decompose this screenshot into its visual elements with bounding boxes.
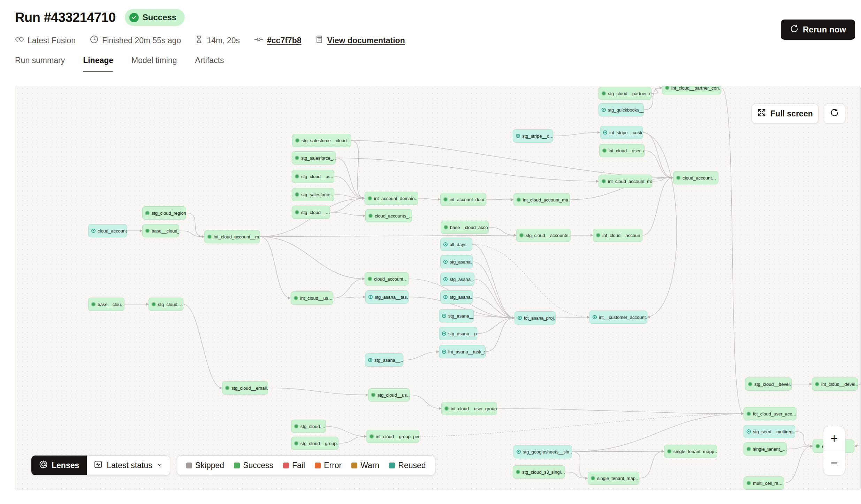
graph-node[interactable]: stg_asana__… (365, 353, 403, 367)
graph-node[interactable]: stg_asana_… (440, 273, 474, 286)
graph-node[interactable]: int_cloud_account_ma… (513, 193, 570, 206)
rerun-now-button[interactable]: Rerun now (781, 20, 855, 40)
graph-node[interactable]: int_cloud__user_group… (441, 402, 497, 415)
node-success-icon (444, 225, 448, 229)
graph-node[interactable]: int__customer_account… (589, 311, 647, 324)
node-success-icon (815, 382, 819, 386)
graph-node[interactable]: stg_cloud__accounts… (516, 229, 571, 242)
graph-node[interactable]: stg_cloud__group… (291, 437, 338, 450)
graph-node[interactable]: cloud_account… (365, 272, 409, 285)
graph-node[interactable]: stg_cloud__devel… (745, 377, 792, 391)
graph-node[interactable]: stg_salesforce_… (292, 151, 336, 165)
commit-link[interactable]: #cc7f7b8 (267, 36, 301, 45)
graph-node[interactable]: int_stripe__custo… (600, 126, 643, 139)
zoom-out-button[interactable]: − (823, 451, 845, 475)
tab-run-summary[interactable]: Run summary (15, 56, 65, 72)
zoom-in-button[interactable]: + (823, 426, 845, 451)
node-label: stg_asana__pr… (448, 331, 477, 336)
graph-node[interactable]: int_account_domain… (365, 192, 418, 205)
node-reused-icon (517, 450, 521, 454)
node-success-icon (295, 210, 299, 214)
canvas-refresh-button[interactable] (824, 104, 845, 124)
graph-node[interactable]: stg_asana… (440, 255, 473, 268)
node-label: cloud_account… (98, 228, 127, 234)
latest-status-dropdown[interactable]: Latest status (87, 456, 169, 475)
graph-node[interactable]: int_cloud__partner_con… (662, 86, 721, 94)
tab-model-timing[interactable]: Model timing (131, 56, 177, 72)
lenses-control-group: Lenses Latest status (31, 455, 170, 475)
graph-node[interactable]: stg_cloud_… (148, 298, 183, 311)
node-success-icon (747, 447, 751, 451)
graph-node[interactable]: stg_cloud__us… (292, 170, 334, 183)
node-success-icon (295, 192, 299, 197)
graph-node[interactable]: base__cloud_… (142, 224, 179, 237)
graph-node[interactable]: stg_cloud__… (292, 206, 330, 219)
graph-node[interactable]: stg_asana__pr… (439, 327, 477, 340)
graph-node[interactable]: stg_cloud__email… (222, 381, 268, 395)
graph-node[interactable]: stg_asana__tas… (365, 290, 409, 304)
graph-node[interactable]: cloud_accounts_… (365, 209, 412, 222)
node-success-icon (517, 198, 521, 202)
node-success-icon (145, 229, 150, 233)
graph-node[interactable]: int_asana__task_s… (439, 345, 486, 358)
tab-artifacts[interactable]: Artifacts (195, 56, 224, 72)
fullscreen-button[interactable]: Full screen (752, 104, 818, 124)
graph-node[interactable]: cloud_account… (673, 171, 718, 184)
node-success-icon (207, 235, 212, 239)
graph-node[interactable]: all_days (440, 238, 472, 251)
node-label: stg_asana__… (374, 358, 403, 363)
rerun-now-label: Rerun now (803, 25, 846, 35)
graph-node[interactable]: stg_cloud__partner_c… (599, 87, 652, 100)
graph-node[interactable]: stg_quickbooks__a… (599, 103, 644, 116)
graph-node[interactable]: stg_cloud_… (291, 420, 326, 433)
graph-node[interactable]: stg_salesforce__cloud_… (292, 134, 351, 147)
graph-node[interactable]: multi_cell_m… (744, 476, 784, 490)
node-label: single_tenant_… (753, 446, 787, 452)
graph-node[interactable]: stg_asana__… (439, 309, 474, 322)
graph-node[interactable]: stg_seed__multireg… (744, 425, 795, 438)
graph-node[interactable]: int_cloud_account__m… (204, 230, 260, 243)
node-success-icon (294, 441, 298, 445)
graph-node[interactable]: stg_cloud__us… (368, 388, 410, 402)
tab-lineage[interactable]: Lineage (83, 56, 113, 72)
lenses-button[interactable]: Lenses (31, 456, 87, 475)
hourglass-icon (195, 35, 203, 46)
graph-node[interactable]: int_account_dom… (440, 193, 486, 206)
node-label: int_cloud_account__m… (214, 234, 260, 239)
graph-node[interactable]: int_cloud__us… (291, 291, 333, 305)
legend-swatch-fail (283, 463, 289, 468)
node-label: int_cloud__partner_con… (671, 86, 721, 91)
run-tabs: Run summary Lineage Model timing Artifac… (15, 56, 224, 72)
commit-icon (254, 35, 264, 46)
graph-node[interactable]: int_cloud__devel… (812, 377, 858, 391)
graph-node[interactable]: single_tenant_map… (588, 472, 639, 485)
view-documentation-link[interactable]: View documentation (327, 36, 405, 45)
graph-node[interactable]: fct_asana_proj… (515, 311, 556, 324)
graph-node[interactable]: stg_salesforce… (292, 188, 334, 201)
node-label: cloud_account… (683, 175, 716, 181)
run-meta: Latest Fusion Finished 20m 55s ago 14m, … (15, 35, 405, 46)
graph-node[interactable]: single_tenant_mapp… (664, 445, 717, 458)
graph-node[interactable]: stg_cloud_s3_singl… (513, 465, 565, 479)
graph-node[interactable]: base__clou… (88, 298, 124, 311)
graph-node[interactable]: base__cloud_acco… (441, 221, 489, 234)
graph-node[interactable]: stg_stripe__c… (513, 129, 553, 143)
node-success-icon (516, 470, 520, 474)
graph-node[interactable]: stg_asana… (440, 290, 473, 304)
node-label: int_cloud__group_per… (376, 434, 419, 439)
chevron-down-icon (157, 461, 163, 470)
node-label: stg_seed__multireg… (753, 429, 795, 434)
node-success-icon (368, 196, 372, 200)
graph-node[interactable]: fct_cloud_user_acc… (744, 407, 797, 420)
lineage-canvas[interactable]: cloud_account…base__clou…stg_cloud_regio… (15, 86, 861, 490)
node-label: stg_cloud_… (158, 302, 183, 307)
graph-node[interactable]: int_cloud__group_per… (366, 430, 419, 443)
node-success-icon (294, 296, 298, 300)
graph-node[interactable]: int_cloud__user_ac… (599, 144, 645, 157)
graph-node[interactable]: single_tenant_… (744, 442, 787, 456)
graph-node[interactable]: int_cloud_account_ma… (599, 175, 652, 188)
graph-node[interactable]: stg_cloud_region… (142, 206, 186, 220)
graph-node[interactable]: cloud_account… (88, 224, 127, 237)
graph-node[interactable]: int_cloud__accoun… (593, 229, 642, 242)
graph-node[interactable]: stg_googlesheets__sin… (513, 445, 572, 458)
